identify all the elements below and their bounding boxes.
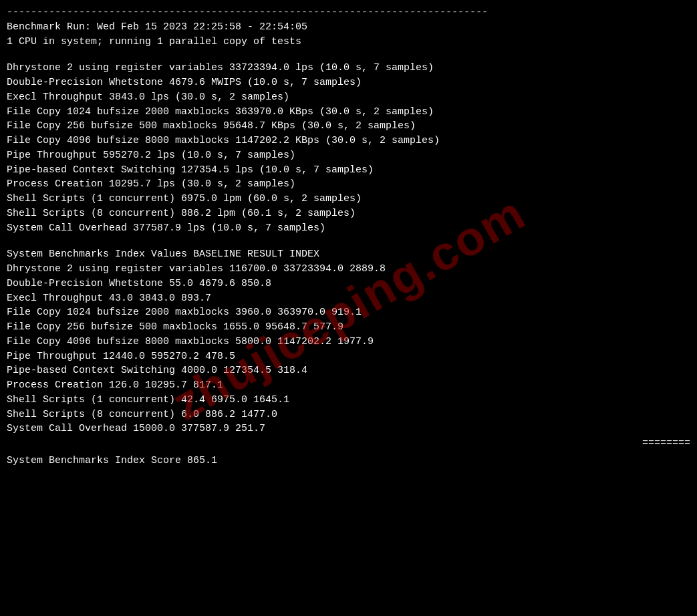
index-table-row: Dhrystone 2 using register variables 116… [7,262,690,277]
benchmark-row: Shell Scripts (1 concurrent) 6975.0 lpm … [7,192,690,206]
index-table-row: File Copy 256 bufsize 500 maxblocks 1655… [7,320,690,335]
index-table-header: System Benchmarks Index Values BASELINE … [7,247,690,262]
index-table-row: Double-Precision Whetstone 55.0 4679.6 8… [7,277,690,291]
benchmark-row: Dhrystone 2 using register variables 337… [7,61,690,75]
header-line1: Benchmark Run: Wed Feb 15 2023 22:25:58 … [7,20,690,35]
benchmark-row: File Copy 256 bufsize 500 maxblocks 9564… [7,119,690,134]
benchmarks-section: Dhrystone 2 using register variables 337… [7,61,690,235]
benchmark-row: File Copy 1024 bufsize 2000 maxblocks 36… [7,105,690,120]
index-table-row: System Call Overhead 15000.0 377587.9 25… [7,422,690,436]
benchmark-row: Execl Throughput 3843.0 lps (30.0 s, 2 s… [7,90,690,105]
header-line2: 1 CPU in system; running 1 parallel copy… [7,35,690,49]
header-section: Benchmark Run: Wed Feb 15 2023 22:25:58 … [7,20,690,49]
score-line: System Benchmarks Index Score 865.1 [7,454,690,468]
index-table-row: Pipe-based Context Switching 4000.0 1273… [7,363,690,378]
index-table-row: Shell Scripts (8 concurrent) 6.0 886.2 1… [7,408,690,422]
index-section: System Benchmarks Index Values BASELINE … [7,247,690,451]
benchmark-row: System Call Overhead 377587.9 lps (10.0 … [7,221,690,236]
index-table-row: Pipe Throughput 12440.0 595270.2 478.5 [7,349,690,364]
equals-line: ======== [7,436,690,451]
benchmark-row: Double-Precision Whetstone 4679.6 MWIPS … [7,75,690,90]
index-table-row: File Copy 1024 bufsize 2000 maxblocks 39… [7,305,690,320]
benchmark-row: Pipe Throughput 595270.2 lps (10.0 s, 7 … [7,148,690,163]
benchmark-output: ----------------------------------------… [7,5,690,468]
index-table-row: Shell Scripts (1 concurrent) 42.4 6975.0… [7,393,690,408]
index-table-row: Process Creation 126.0 10295.7 817.1 [7,378,690,393]
top-separator: ----------------------------------------… [7,5,690,20]
index-table-row: Execl Throughput 43.0 3843.0 893.7 [7,291,690,306]
index-table-row: File Copy 4096 bufsize 8000 maxblocks 58… [7,335,690,349]
score-section: System Benchmarks Index Score 865.1 [7,454,690,468]
benchmark-row: Shell Scripts (8 concurrent) 886.2 lpm (… [7,206,690,221]
benchmark-row: Process Creation 10295.7 lps (30.0 s, 2 … [7,177,690,192]
benchmark-row: File Copy 4096 bufsize 8000 maxblocks 11… [7,134,690,148]
benchmark-row: Pipe-based Context Switching 127354.5 lp… [7,163,690,178]
